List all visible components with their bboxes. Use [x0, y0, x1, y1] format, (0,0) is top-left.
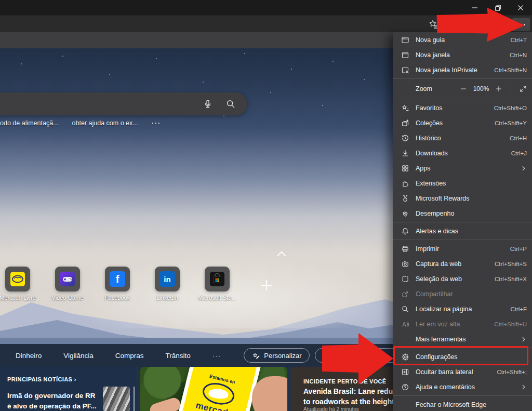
chevron-up-icon[interactable]: [278, 250, 286, 258]
menu-item-hist-rico[interactable]: HistóricoCtrl+H: [393, 130, 532, 145]
star-dot: [291, 69, 292, 70]
menu-item-captura-da-web[interactable]: Captura da webCtrl+Shift+S: [393, 256, 532, 271]
menu-item-label: Nova janela: [416, 51, 506, 59]
magnifier-icon[interactable]: [225, 99, 236, 109]
search-bar[interactable]: [0, 92, 247, 115]
menu-item-localizar-na-p-gina[interactable]: Localizar na páginaCtrl+F: [393, 301, 532, 316]
menu-item-shortcut: Ctrl+P: [510, 246, 527, 252]
menu-item-sele-o-da-web[interactable]: Seleção da webCtrl+Shift+X: [393, 271, 532, 286]
mercado-livre-icon[interactable]: [5, 267, 30, 291]
news-card-top-stories[interactable]: PRINCIPAIS NOTÍCIAS › Irmã do governador…: [0, 367, 136, 411]
menu-item-nova-janela-inprivate[interactable]: Nova janela InPrivateCtrl+Shift+N: [393, 62, 532, 77]
menu-item-shortcut: Ctrl+Shift+;: [497, 369, 527, 375]
quick-link-label: LinkedIn: [156, 295, 178, 301]
find-icon: [400, 305, 410, 313]
annotation-arrow-to-more-button: [436, 5, 527, 44]
collections-icon: [400, 119, 410, 127]
menu-item-shortcut: Ctrl+Shift+O: [494, 105, 527, 111]
menu-item-nova-janela[interactable]: Nova janelaCtrl+N: [393, 47, 532, 62]
quick-link-label: Mercado Livre: [0, 295, 36, 301]
menu-item-label: Ler em voz alta: [416, 321, 490, 328]
menu-item-alertas-e-dicas[interactable]: Alertas e dicas: [393, 223, 532, 238]
microsoft-store-icon[interactable]: [205, 267, 230, 291]
menu-item-downloads[interactable]: DownloadsCtrl+J: [393, 145, 532, 161]
menu-item-fechar-o-microsoft-edge[interactable]: Fechar o Microsoft Edge: [393, 397, 532, 411]
menu-item-ajuda-e-coment-rios[interactable]: Ajuda e comentários: [393, 379, 532, 394]
download-icon: [400, 149, 410, 157]
news-tab-vigil-ncia[interactable]: Vigilância: [63, 352, 94, 360]
window-icon: [400, 51, 410, 59]
search-suggestion-chip[interactable]: ···: [152, 120, 162, 127]
news-tab-compras[interactable]: Compras: [115, 352, 144, 360]
fullscreen-button[interactable]: [520, 85, 527, 92]
star-dot: [203, 82, 204, 83]
news-card-timestamp: Atualizado há 2 minutos: [303, 406, 359, 411]
news-card-title: Irmã do governador de RR é alvo de opera…: [7, 391, 101, 411]
menu-item-imprimir[interactable]: ImprimirCtrl+P: [393, 241, 532, 256]
history-icon: [400, 134, 410, 142]
search-suggestion-chip[interactable]: obter ajuda com o ex...: [72, 120, 138, 127]
search-suggestions: odo de alimentaçã...obter ajuda com o ex…: [0, 120, 161, 127]
star-dot: [332, 61, 334, 62]
video-game-icon[interactable]: [55, 267, 80, 291]
quick-link-linkedin[interactable]: inLinkedIn: [155, 267, 180, 301]
quick-link-facebook[interactable]: fFacebook: [105, 267, 130, 301]
menu-separator: [393, 222, 532, 222]
menu-item-label: Fechar o Microsoft Edge: [416, 401, 527, 408]
chevron-right-icon: [520, 165, 527, 171]
star-dot: [244, 53, 245, 54]
none: [400, 401, 410, 409]
help-icon: [400, 383, 410, 391]
menu-item-label: Extensões: [416, 180, 527, 187]
menu-item-shortcut: Ctrl+Shift+X: [495, 276, 527, 282]
news-tab--[interactable]: ···: [212, 352, 221, 360]
menu-item-shortcut: Ctrl+J: [511, 150, 527, 156]
search-suggestion-chip[interactable]: odo de alimentaçã...: [0, 120, 59, 127]
news-tab-tr-nsito[interactable]: Trânsito: [166, 352, 191, 360]
new-tab-icon: [400, 36, 410, 44]
star-dot: [109, 74, 110, 75]
menu-separator: [393, 78, 532, 79]
quick-link-label: Microsoft Sto...: [198, 295, 236, 301]
menu-item-shortcut: Ctrl+F: [510, 306, 527, 312]
menu-item-label: Nova janela InPrivate: [416, 67, 490, 74]
quick-link-video-game[interactable]: Video Game: [55, 267, 80, 301]
menu-item-shortcut: Ctrl+Shift+Y: [495, 120, 527, 126]
zoom-value: 100%: [472, 85, 490, 92]
zoom-out-button[interactable]: [460, 85, 467, 92]
personalize-label: Personalizar: [264, 352, 301, 360]
quick-link-microsoft-sto-[interactable]: Microsoft Sto...: [205, 267, 230, 301]
menu-item-desempenho[interactable]: Desempenho: [393, 206, 532, 221]
menu-item-ocultar-barra-lateral[interactable]: Ocultar barra lateralCtrl+Shift+;: [393, 364, 532, 379]
news-card-image[interactable]: Estamos en mercado: [140, 367, 287, 411]
menu-item-label: Alertas e dicas: [416, 228, 527, 235]
zoom-label: Zoom: [416, 85, 460, 92]
menu-item-apps[interactable]: Apps: [393, 161, 532, 176]
mic-icon[interactable]: [203, 99, 213, 109]
menu-item-label: Ajuda e comentários: [416, 383, 517, 391]
menu-item-favoritos[interactable]: FavoritosCtrl+Shift+O: [393, 100, 532, 115]
news-tab-dinheiro[interactable]: Dinheiro: [16, 352, 42, 360]
menu-item-microsoft-rewards[interactable]: Microsoft Rewards: [393, 191, 532, 206]
news-card-header[interactable]: PRINCIPAIS NOTÍCIAS ›: [7, 376, 76, 382]
menu-item-zoom: Zoom 100%: [393, 80, 532, 98]
web-select-icon: [400, 275, 410, 283]
menu-item-label: Microsoft Rewards: [416, 195, 527, 202]
bell-icon: [400, 227, 410, 235]
menu-item-mais-ferramentas[interactable]: Mais ferramentas: [393, 332, 532, 347]
menu-item-shortcut: Ctrl+Shift+U: [494, 321, 527, 327]
facebook-icon[interactable]: f: [105, 267, 130, 291]
menu-item-cole-es[interactable]: ColeçõesCtrl+Shift+Y: [393, 115, 532, 130]
star-dot: [270, 92, 271, 93]
menu-item-extens-es[interactable]: Extensões: [393, 176, 532, 191]
quick-links-row: Mercado LivreVideo GamefFacebookinLinked…: [5, 267, 230, 301]
linkedin-icon[interactable]: in: [155, 267, 180, 291]
quick-link-label: Video Game: [52, 295, 84, 301]
star-dot: [364, 79, 365, 80]
quick-link-mercado-livre[interactable]: Mercado Livre: [5, 267, 30, 301]
chevron-right-icon: [520, 336, 527, 342]
personalize-button[interactable]: Personalizar: [244, 348, 309, 363]
menu-separator: [393, 99, 532, 99]
add-shortcut-button[interactable]: [261, 280, 272, 290]
zoom-in-button[interactable]: [495, 85, 502, 92]
